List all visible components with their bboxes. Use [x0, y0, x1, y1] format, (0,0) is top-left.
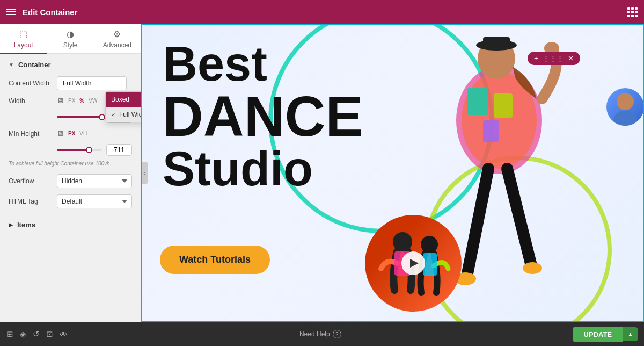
- width-slider-track[interactable]: [57, 116, 102, 118]
- overflow-label: Overflow: [9, 177, 57, 185]
- container-section-header[interactable]: ▼ Container: [0, 54, 141, 73]
- svg-point-15: [617, 93, 634, 110]
- settings-icon[interactable]: ⊡: [46, 329, 53, 339]
- width-slider-fill: [57, 116, 102, 118]
- min-height-input[interactable]: 711: [106, 144, 132, 156]
- min-height-unit-px[interactable]: PX: [67, 130, 76, 137]
- grid-icon[interactable]: [627, 7, 638, 17]
- tab-style-label: Style: [63, 41, 78, 49]
- avatar-circle: [606, 88, 644, 126]
- width-unit-px[interactable]: PX: [67, 97, 76, 104]
- check-icon: ✓: [111, 111, 116, 118]
- width-unit-vw[interactable]: VW: [87, 97, 98, 104]
- update-dropdown-button[interactable]: ▲: [623, 327, 638, 341]
- update-button[interactable]: UPDATE: [573, 327, 623, 342]
- width-units: PX % VW: [67, 97, 98, 104]
- container-arrow-icon: ▼: [9, 62, 14, 68]
- page-title: Edit Container: [23, 8, 78, 17]
- need-help[interactable]: Need Help ?: [299, 330, 341, 338]
- hero-line2: DANCE: [163, 88, 363, 145]
- layers-icon[interactable]: ⊞: [6, 329, 13, 339]
- svg-rect-2: [467, 88, 488, 115]
- sidebar-content: ▼ Container Content Width Full Width Box…: [0, 54, 141, 322]
- undo-icon[interactable]: ↺: [33, 329, 40, 339]
- drag-icon[interactable]: ⋮⋮⋮: [543, 54, 564, 62]
- option-full-width-label: Full Width: [119, 111, 141, 118]
- min-height-slider-thumb[interactable]: [86, 147, 92, 153]
- overflow-select[interactable]: Hidden Default Auto Scroll: [57, 174, 132, 188]
- hero-line1: Best: [163, 40, 363, 88]
- advanced-icon: ⚙: [113, 29, 121, 39]
- add-element-icon[interactable]: +: [534, 54, 538, 62]
- html-tag-label: HTML Tag: [9, 198, 57, 205]
- update-button-group: UPDATE ▲: [573, 327, 638, 342]
- container-section-label: Container: [18, 61, 51, 69]
- need-help-label: Need Help: [299, 330, 330, 338]
- min-height-row: Min Height 🖥 PX VH: [0, 126, 141, 141]
- content-width-row: Content Width Full Width Boxed ✓ Full Wi…: [0, 73, 141, 93]
- content-width-dropdown[interactable]: Full Width: [57, 76, 127, 90]
- layout-icon: ⬚: [19, 29, 27, 39]
- play-triangle-icon: [410, 259, 419, 268]
- content-width-dropdown-wrapper: Full Width Boxed ✓ Full Width: [57, 76, 127, 90]
- play-button[interactable]: [401, 251, 425, 275]
- width-unit-pct[interactable]: %: [78, 97, 85, 104]
- tab-advanced-label: Advanced: [103, 41, 131, 49]
- tab-layout[interactable]: ⬚ Layout: [0, 24, 47, 54]
- option-full-width[interactable]: ✓ Full Width: [106, 107, 141, 122]
- width-label: Width: [9, 97, 57, 105]
- min-height-slider-row: 711: [0, 141, 141, 159]
- html-tag-select[interactable]: Default div header footer: [57, 194, 132, 208]
- width-slider-thumb[interactable]: [99, 114, 105, 120]
- sidebar: ⬚ Layout ◑ Style ⚙ Advanced ▼ Container …: [0, 24, 141, 322]
- top-bar: Edit Container: [0, 0, 644, 24]
- hero-line3: Studio: [163, 145, 363, 193]
- content-width-value: Full Width: [63, 80, 91, 87]
- items-section-header[interactable]: ▶ Items: [0, 214, 141, 235]
- svg-point-16: [613, 111, 637, 126]
- canvas[interactable]: + ⋮⋮⋮ ✕ Best DANCE Studio Watch Tutorial…: [141, 24, 644, 322]
- min-height-label: Min Height: [9, 130, 57, 138]
- hint-text: To achieve full height Container use 100…: [0, 159, 141, 171]
- help-circle-icon: ?: [333, 330, 341, 338]
- tab-layout-label: Layout: [14, 41, 33, 49]
- overflow-row: Overflow Hidden Default Auto Scroll: [0, 171, 141, 191]
- min-height-monitor-icon: 🖥: [57, 129, 64, 138]
- tab-style[interactable]: ◑ Style: [47, 24, 93, 54]
- close-canvas-icon[interactable]: ✕: [568, 54, 574, 62]
- bottom-icons: ⊞ ◈ ↺ ⊡ 👁: [6, 329, 68, 339]
- min-height-units: PX VH: [67, 130, 88, 137]
- min-height-slider-container: 711: [57, 144, 132, 156]
- canvas-inner: Best DANCE Studio Watch Tutorials: [141, 24, 644, 322]
- width-monitor-icon: 🖥: [57, 97, 64, 105]
- option-boxed-label: Boxed: [111, 96, 129, 103]
- hamburger-icon[interactable]: [6, 9, 16, 15]
- min-height-unit-vh[interactable]: VH: [78, 130, 88, 137]
- option-boxed[interactable]: Boxed: [106, 92, 141, 107]
- svg-point-10: [523, 262, 542, 274]
- svg-rect-4: [483, 120, 499, 142]
- min-height-controls: 🖥 PX VH: [57, 129, 132, 138]
- main-area: ⬚ Layout ◑ Style ⚙ Advanced ▼ Container …: [0, 24, 644, 322]
- tab-bar: ⬚ Layout ◑ Style ⚙ Advanced: [0, 24, 141, 54]
- svg-rect-3: [494, 93, 513, 118]
- min-height-slider-fill: [57, 149, 89, 151]
- items-arrow-icon: ▶: [9, 222, 13, 228]
- eye-icon[interactable]: 👁: [60, 330, 68, 339]
- svg-rect-7: [483, 37, 510, 48]
- content-width-label: Content Width: [9, 80, 57, 87]
- watch-tutorials-button[interactable]: Watch Tutorials: [160, 246, 270, 274]
- style-icon: ◑: [67, 29, 74, 39]
- collapse-handle[interactable]: ‹: [141, 162, 148, 184]
- tab-advanced[interactable]: ⚙ Advanced: [94, 24, 141, 54]
- content-width-popup: Boxed ✓ Full Width: [105, 91, 141, 122]
- hero-text: Best DANCE Studio: [163, 40, 363, 193]
- video-circle[interactable]: [365, 215, 462, 312]
- min-height-slider-track[interactable]: [57, 149, 102, 151]
- items-section-label: Items: [17, 221, 35, 229]
- html-tag-row: HTML Tag Default div header footer: [0, 191, 141, 212]
- canvas-controls: + ⋮⋮⋮ ✕: [528, 52, 580, 65]
- bottom-bar: ⊞ ◈ ↺ ⊡ 👁 Need Help ? UPDATE ▲: [0, 322, 644, 346]
- elements-icon[interactable]: ◈: [20, 329, 26, 339]
